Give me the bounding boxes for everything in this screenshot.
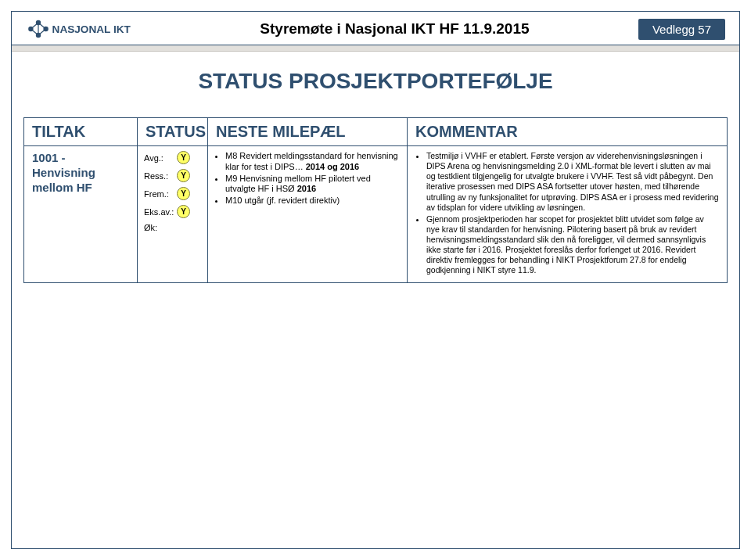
subheader-bar (12, 45, 739, 52)
kommentar-item: Testmiljø i VVHF er etablert. Første ver… (426, 151, 719, 213)
svg-line-6 (38, 23, 46, 29)
milestone-bold: 2014 og 2016 (306, 162, 360, 171)
header: NASJONAL IKT Styremøte i Nasjonal IKT HF… (12, 12, 739, 45)
status-label: Frem.: (144, 189, 172, 199)
th-neste: NESTE MILEPÆL (208, 118, 408, 146)
status-row-ress: Ress.: Y (144, 169, 201, 182)
milestone-bold: 2016 (297, 184, 316, 193)
status-row-frem: Frem.: Y (144, 187, 201, 200)
cell-status: Avg.: Y Ress.: Y Frem.: Y Eks.av.: Y (138, 146, 208, 283)
cell-neste: M8 Revidert meldingsstandard for henvisn… (208, 146, 408, 283)
cell-kommentar: Testmiljø i VVHF er etablert. Første ver… (408, 146, 728, 283)
cell-tiltak: 1001 - Henvisning mellom HF (24, 146, 138, 283)
th-tiltak: TILTAK (24, 118, 138, 146)
table-header-row: TILTAK STATUS NESTE MILEPÆL KOMMENTAR (24, 118, 728, 146)
status-badge: Y (177, 205, 190, 218)
svg-line-4 (31, 23, 38, 29)
status-badge: Y (177, 151, 190, 164)
status-badge: Y (177, 187, 190, 200)
logo: NASJONAL IKT (26, 16, 151, 41)
logo-text: NASJONAL IKT (52, 23, 131, 35)
status-row-eksav: Eks.av.: Y (144, 205, 201, 218)
svg-line-7 (38, 29, 46, 35)
status-label: Ress.: (144, 171, 172, 181)
status-label: Eks.av.: (144, 207, 172, 217)
logo-svg: NASJONAL IKT (26, 16, 151, 41)
main-title: STATUS PROSJEKTPORTEFØLJE (12, 69, 739, 94)
page-border: NASJONAL IKT Styremøte i Nasjonal IKT HF… (11, 11, 740, 549)
svg-line-5 (31, 29, 38, 35)
table-row: 1001 - Henvisning mellom HF Avg.: Y Ress… (24, 146, 728, 283)
status-label: Øk: (144, 223, 172, 232)
milestone-item: M8 Revidert meldingsstandard for henvisn… (225, 151, 401, 173)
milestone-item: M9 Henvisning mellom HF pilotert ved utv… (225, 174, 401, 196)
header-title: Styremøte i Nasjonal IKT HF 11.9.2015 (260, 20, 529, 38)
header-badge: Vedlegg 57 (638, 19, 725, 40)
status-row-avg: Avg.: Y (144, 151, 201, 164)
th-status: STATUS (138, 118, 208, 146)
status-row-ok: Øk: (144, 223, 201, 232)
status-badge: Y (177, 169, 190, 182)
status-label: Avg.: (144, 153, 172, 163)
project-table: TILTAK STATUS NESTE MILEPÆL KOMMENTAR 10… (23, 117, 728, 283)
th-kommentar: KOMMENTAR (408, 118, 728, 146)
kommentar-item: Gjennom prosjektperioden har scopet for … (426, 214, 719, 276)
milestone-item: M10 utgår (jf. revidert direktiv) (225, 196, 401, 206)
